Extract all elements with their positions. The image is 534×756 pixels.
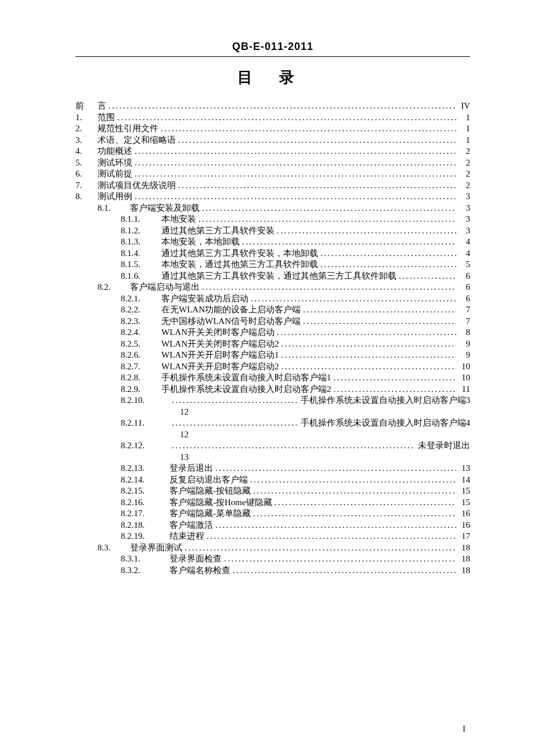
toc-entry-page: 18 [459, 543, 470, 552]
toc-entry-title: 手机操作系统未设置自动接入时启动客户端2 [161, 385, 331, 394]
toc-entry-page-line: 12 [180, 408, 470, 416]
toc-entry-number: 8.2.17. [121, 509, 169, 518]
toc-entry-title: 范围 [98, 113, 115, 122]
toc-entry-title: 测试前提 [98, 170, 132, 178]
toc-entry: 8.2.17.客户端隐藏-菜单隐藏16 [75, 509, 470, 518]
toc-entry-title: 客户端名称检查 [169, 566, 230, 575]
toc-entry-title: 手机操作系统未设置自动接入时启动客户端3 [301, 396, 471, 405]
toc-leaders [172, 396, 298, 405]
toc-leaders [334, 373, 457, 382]
toc-entry-number: 8.1.1. [121, 215, 161, 224]
toc-entry: 8.3.1.登录界面检查18 [75, 555, 470, 563]
document-page: QB-E-011-2011 目录 前言IV1.范围12.规范性引用文件13.术语… [0, 0, 534, 756]
toc-entry-number: 1. [75, 113, 98, 122]
toc-entry-title: 客户端隐藏-按Home键隐藏 [169, 498, 272, 507]
toc-leaders [135, 147, 456, 156]
toc-entry-title: 通过其他第三方工具软件安装，通过其他第三方工具软件卸载 [161, 272, 396, 280]
toc-entry-number: 8.2.8. [121, 373, 161, 382]
toc-entry-title: WLAN开关关闭时客户端启动 [161, 328, 275, 337]
toc-entry-number: 8.2.2. [121, 305, 161, 314]
toc-entry-page: 3 [459, 226, 470, 235]
toc-entry: 8.2.5.WLAN开关关闭时客户端启动29 [75, 340, 470, 348]
toc-entry-page: 3 [459, 204, 470, 213]
toc-entry-number: 4. [75, 147, 98, 156]
toc-entry-title: 测试项目优先级说明 [98, 181, 176, 190]
toc-leaders [303, 317, 456, 326]
toc-leaders [334, 385, 457, 394]
toc-entry: 8.2.8.手机操作系统未设置自动接入时启动客户端110 [75, 373, 470, 382]
toc-entry-page: 1 [459, 113, 470, 122]
toc-entry-number: 8.2.19. [121, 532, 169, 541]
toc-entry: 8.2.6.WLAN开关开启时客户端启动19 [75, 351, 470, 359]
toc-entry-page: 8 [459, 328, 470, 337]
toc-leaders [275, 498, 456, 507]
toc-entry: 8.1.客户端安装及卸载3 [75, 204, 470, 213]
toc-entry-title: 通过其他第三方工具软件安装，本地卸载 [161, 249, 318, 258]
toc-entry-title: 功能概述 [98, 147, 132, 156]
toc-leaders [178, 181, 456, 190]
toc-leaders [135, 159, 456, 167]
toc-entry-number: 8.3.2. [121, 566, 169, 575]
toc-entry: 8.1.3.本地安装，本地卸载4 [75, 237, 470, 246]
toc-leaders [250, 476, 456, 484]
toc-entry-number: 8.2.16. [121, 498, 169, 507]
toc-entry: 8.2.15.客户端隐藏-按钮隐藏15 [75, 487, 470, 495]
toc-entry-title: WLAN开关关闭时客户端启动2 [161, 340, 279, 348]
toc-entry-title: 规范性引用文件 [98, 124, 158, 133]
toc-entry: 8.2.13.登录后退出13 [75, 464, 470, 473]
toc-entry: 8.2.10.手机操作系统未设置自动接入时启动客户端3 [75, 396, 470, 405]
toc-leaders [135, 170, 456, 178]
toc-entry-number: 8.2.14. [121, 476, 169, 484]
toc-entry: 8.3.登录界面测试18 [75, 543, 470, 552]
toc-entry-number: 8.2.1. [121, 294, 161, 303]
toc-entry: 8.3.2.客户端名称检查18 [75, 566, 470, 575]
toc-entry-page: 4 [459, 249, 470, 258]
toc-leaders [233, 566, 456, 575]
toc-entry: 8.2.3.无中国移动WLAN信号时启动客户端7 [75, 317, 470, 326]
toc-entry-number: 2. [75, 124, 98, 133]
toc-entry-title: WLAN开关开启时客户端启动2 [161, 362, 279, 371]
toc-entry-number: 8.2.5. [121, 340, 161, 348]
toc-entry-page: 7 [459, 305, 470, 314]
toc-entry-page: 2 [459, 181, 470, 190]
toc-leaders [172, 419, 298, 427]
toc-entry-page: 9 [459, 351, 470, 359]
toc-entry-title: 测试用例 [98, 192, 132, 201]
toc-entry: 8.1.4.通过其他第三方工具软件安装，本地卸载4 [75, 249, 470, 258]
toc-entry-page: 18 [459, 566, 470, 575]
toc-entry-number: 8.2.15. [121, 487, 169, 495]
toc-leaders [277, 226, 456, 235]
toc-entry-title: 言 [98, 102, 106, 110]
toc-entry-number: 8.1.4. [121, 249, 161, 258]
toc-entry: 6.测试前提2 [75, 170, 470, 178]
toc-entry-number: 8.1.5. [121, 260, 161, 269]
toc-entry: 8.测试用例3 [75, 192, 470, 201]
toc-entry: 8.2.1.客户端安装成功后启动6 [75, 294, 470, 303]
toc-entry-title: 反复启动退出客户端 [169, 476, 248, 484]
toc-entry-number: 8.3.1. [121, 555, 169, 563]
toc-entry-page: 6 [459, 283, 470, 291]
toc-leaders [135, 192, 456, 201]
toc-entry-title: 本地安装，通过其他第三方工具软件卸载 [161, 260, 318, 269]
toc-entry-number: 8.2. [98, 283, 130, 291]
toc-entry: 8.2.14.反复启动退出客户端14 [75, 476, 470, 484]
toc-entry-number: 8.2.6. [121, 351, 161, 359]
toc-entry-page-line: 12 [180, 430, 470, 439]
toc-entry-number: 8.1. [98, 204, 130, 213]
toc-entry-title: 通过其他第三方工具软件安装 [161, 226, 275, 235]
toc-entry-page: 7 [459, 317, 470, 326]
toc-entry-page: 12 [180, 430, 189, 439]
toc-entry-number: 8. [75, 192, 98, 201]
toc-entry-title: 测试环境 [98, 159, 132, 167]
toc-entry-number: 5. [75, 159, 98, 167]
toc-entry-page: 6 [459, 272, 470, 280]
toc-entry: 8.2.2.在无WLAN功能的设备上启动客户端7 [75, 305, 470, 314]
toc-entry-page: 2 [459, 170, 470, 178]
toc-entry-page: 13 [180, 453, 189, 462]
document-header: QB-E-011-2011 [75, 41, 470, 57]
toc-entry-number: 8.2.12. [121, 441, 169, 450]
toc-entry-title: 本地安装 [161, 215, 196, 224]
toc-entry-title: 登录界面测试 [130, 543, 182, 552]
toc-entry: 前言IV [75, 102, 470, 110]
toc-entry-page: 2 [459, 159, 470, 167]
